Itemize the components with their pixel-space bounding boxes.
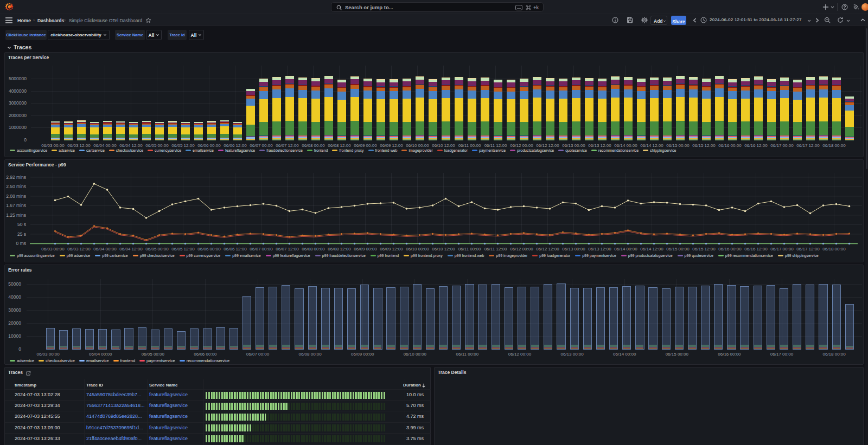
svg-text:50 s: 50 s bbox=[17, 222, 26, 227]
svg-text:06/12 12:00: 06/12 12:00 bbox=[536, 247, 559, 251]
svg-text:20000: 20000 bbox=[8, 320, 21, 326]
svg-text:06/15 12:00: 06/15 12:00 bbox=[692, 143, 716, 148]
svg-text:06/04 00:00: 06/04 00:00 bbox=[93, 143, 117, 148]
svg-text:06/10 00:00: 06/10 00:00 bbox=[404, 352, 427, 357]
svg-text:06/18 00:00: 06/18 00:00 bbox=[822, 352, 846, 357]
svg-text:30000: 30000 bbox=[8, 307, 21, 313]
svg-text:06/16 00:00: 06/16 00:00 bbox=[718, 247, 742, 251]
svg-text:06/11 00:00: 06/11 00:00 bbox=[458, 247, 481, 251]
svg-text:06/18 00:00: 06/18 00:00 bbox=[822, 247, 846, 251]
svg-text:06/13 12:00: 06/13 12:00 bbox=[588, 247, 611, 251]
svg-text:06/05 12:00: 06/05 12:00 bbox=[171, 247, 195, 251]
svg-text:06/17 00:00: 06/17 00:00 bbox=[770, 143, 794, 148]
svg-text:06/16 00:00: 06/16 00:00 bbox=[718, 352, 741, 357]
svg-text:1.25 mins: 1.25 mins bbox=[6, 212, 26, 218]
svg-text:06/15 12:00: 06/15 12:00 bbox=[692, 247, 716, 251]
svg-text:2000000: 2000000 bbox=[9, 113, 27, 118]
svg-text:06/13 00:00: 06/13 00:00 bbox=[562, 143, 585, 148]
svg-text:06/09 00:00: 06/09 00:00 bbox=[351, 352, 374, 357]
svg-text:06/09 12:00: 06/09 12:00 bbox=[380, 143, 403, 148]
svg-text:06/11 00:00: 06/11 00:00 bbox=[456, 352, 479, 357]
svg-text:06/16 00:00: 06/16 00:00 bbox=[718, 143, 742, 148]
svg-text:06/13 00:00: 06/13 00:00 bbox=[560, 352, 584, 357]
svg-text:06/14 00:00: 06/14 00:00 bbox=[613, 352, 636, 357]
svg-text:06/07 12:00: 06/07 12:00 bbox=[276, 143, 299, 148]
svg-text:06/17 12:00: 06/17 12:00 bbox=[796, 143, 820, 148]
svg-text:06/09 00:00: 06/09 00:00 bbox=[354, 247, 377, 251]
svg-text:06/15 00:00: 06/15 00:00 bbox=[666, 143, 690, 148]
svg-text:06/16 12:00: 06/16 12:00 bbox=[744, 247, 768, 251]
svg-text:06/14 00:00: 06/14 00:00 bbox=[614, 247, 637, 251]
svg-text:1.67 mins: 1.67 mins bbox=[6, 203, 26, 208]
svg-text:06/08 12:00: 06/08 12:00 bbox=[328, 247, 351, 251]
svg-text:06/03 12:00: 06/03 12:00 bbox=[67, 143, 91, 148]
svg-text:2.08 mins: 2.08 mins bbox=[6, 194, 26, 199]
svg-text:06/04 00:00: 06/04 00:00 bbox=[89, 352, 112, 357]
svg-text:4000000: 4000000 bbox=[9, 88, 27, 94]
svg-text:06/10 12:00: 06/10 12:00 bbox=[432, 143, 455, 148]
svg-text:06/06 00:00: 06/06 00:00 bbox=[197, 143, 221, 148]
svg-text:06/09 12:00: 06/09 12:00 bbox=[380, 247, 403, 251]
svg-text:06/13 00:00: 06/13 00:00 bbox=[562, 247, 585, 251]
svg-text:06/12 12:00: 06/12 12:00 bbox=[536, 143, 559, 148]
svg-text:0 ms: 0 ms bbox=[16, 241, 26, 246]
svg-text:06/14 00:00: 06/14 00:00 bbox=[614, 143, 637, 148]
svg-text:06/06 12:00: 06/06 12:00 bbox=[224, 143, 247, 148]
svg-text:06/12 00:00: 06/12 00:00 bbox=[510, 143, 533, 148]
svg-text:2.50 mins: 2.50 mins bbox=[6, 184, 26, 189]
svg-text:06/16 12:00: 06/16 12:00 bbox=[744, 143, 768, 148]
svg-text:06/13 12:00: 06/13 12:00 bbox=[588, 143, 611, 148]
svg-text:06/07 12:00: 06/07 12:00 bbox=[276, 247, 299, 251]
svg-text:1000000: 1000000 bbox=[9, 125, 27, 130]
svg-text:06/15 00:00: 06/15 00:00 bbox=[666, 247, 690, 251]
svg-text:06/04 00:00: 06/04 00:00 bbox=[93, 247, 117, 251]
svg-text:06/10 00:00: 06/10 00:00 bbox=[406, 247, 429, 251]
svg-text:06/05 12:00: 06/05 12:00 bbox=[171, 143, 195, 148]
svg-text:06/15 00:00: 06/15 00:00 bbox=[666, 352, 689, 357]
svg-text:06/14 12:00: 06/14 12:00 bbox=[640, 247, 663, 251]
svg-text:06/05 00:00: 06/05 00:00 bbox=[145, 247, 169, 251]
svg-text:3000000: 3000000 bbox=[9, 100, 27, 106]
svg-text:06/17 00:00: 06/17 00:00 bbox=[770, 247, 794, 251]
svg-text:06/07 00:00: 06/07 00:00 bbox=[246, 352, 270, 357]
svg-text:06/03 12:00: 06/03 12:00 bbox=[67, 247, 91, 251]
svg-text:50000: 50000 bbox=[8, 281, 21, 287]
svg-text:06/10 12:00: 06/10 12:00 bbox=[432, 247, 455, 251]
svg-text:0: 0 bbox=[18, 346, 21, 352]
svg-text:06/11 12:00: 06/11 12:00 bbox=[484, 247, 507, 251]
svg-text:06/08 00:00: 06/08 00:00 bbox=[302, 247, 325, 251]
svg-text:06/07 00:00: 06/07 00:00 bbox=[250, 247, 273, 251]
svg-text:06/10 00:00: 06/10 00:00 bbox=[406, 143, 429, 148]
svg-text:06/09 00:00: 06/09 00:00 bbox=[354, 143, 377, 148]
svg-text:06/04 12:00: 06/04 12:00 bbox=[119, 143, 143, 148]
svg-text:06/17 00:00: 06/17 00:00 bbox=[770, 352, 794, 357]
svg-text:25 s: 25 s bbox=[17, 231, 26, 237]
svg-text:06/08 00:00: 06/08 00:00 bbox=[298, 352, 322, 357]
svg-text:10000: 10000 bbox=[8, 333, 21, 339]
svg-text:06/05 00:00: 06/05 00:00 bbox=[142, 352, 165, 357]
svg-text:06/06 12:00: 06/06 12:00 bbox=[224, 247, 247, 251]
svg-text:06/08 12:00: 06/08 12:00 bbox=[328, 143, 351, 148]
svg-text:06/12 00:00: 06/12 00:00 bbox=[508, 352, 532, 357]
svg-text:06/04 12:00: 06/04 12:00 bbox=[119, 247, 143, 251]
svg-text:06/05 00:00: 06/05 00:00 bbox=[145, 143, 169, 148]
svg-text:40000: 40000 bbox=[8, 294, 21, 300]
svg-text:06/11 12:00: 06/11 12:00 bbox=[484, 143, 507, 148]
svg-text:06/11 00:00: 06/11 00:00 bbox=[458, 143, 481, 148]
svg-text:06/06 00:00: 06/06 00:00 bbox=[194, 352, 217, 357]
svg-text:06/03 00:00: 06/03 00:00 bbox=[36, 352, 60, 357]
svg-text:06/17 12:00: 06/17 12:00 bbox=[796, 247, 820, 251]
svg-text:2.92 mins: 2.92 mins bbox=[6, 175, 26, 180]
svg-text:06/03 00:00: 06/03 00:00 bbox=[41, 247, 65, 251]
svg-text:06/12 00:00: 06/12 00:00 bbox=[510, 247, 533, 251]
svg-text:06/03 00:00: 06/03 00:00 bbox=[41, 143, 65, 148]
svg-text:06/06 00:00: 06/06 00:00 bbox=[197, 247, 221, 251]
svg-text:06/08 00:00: 06/08 00:00 bbox=[302, 143, 325, 148]
svg-text:06/18 00:00: 06/18 00:00 bbox=[822, 143, 846, 148]
svg-text:06/14 12:00: 06/14 12:00 bbox=[640, 143, 663, 148]
svg-text:5000000: 5000000 bbox=[9, 76, 27, 81]
svg-text:06/07 00:00: 06/07 00:00 bbox=[250, 143, 273, 148]
svg-text:0: 0 bbox=[24, 137, 27, 143]
